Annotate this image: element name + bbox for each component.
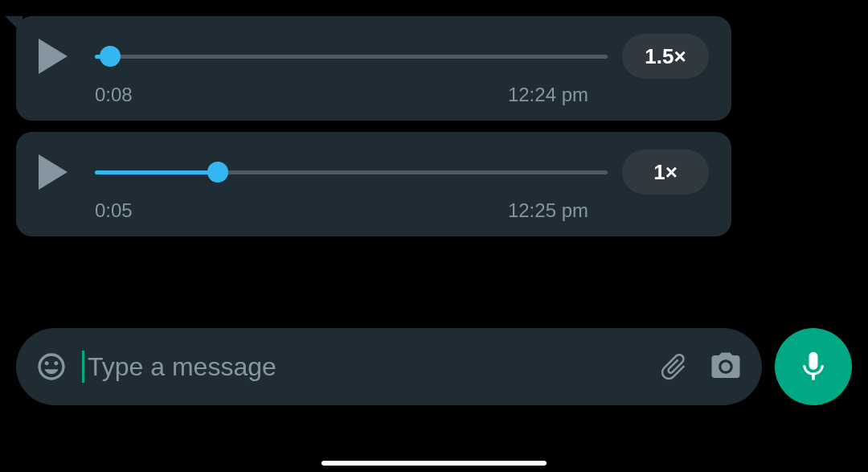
voice-controls-row: 1.5× xyxy=(39,34,709,79)
composer-row: Type a message xyxy=(16,328,852,405)
voice-message: 1.5× 0:08 12:24 pm xyxy=(16,16,731,121)
input-placeholder: Type a message xyxy=(88,352,276,382)
slider-thumb[interactable] xyxy=(207,162,228,183)
nav-home-indicator[interactable] xyxy=(321,461,547,466)
audio-seek-slider[interactable] xyxy=(95,154,608,190)
message-timestamp: 12:24 pm xyxy=(508,84,588,106)
playback-speed-button[interactable]: 1.5× xyxy=(622,34,709,79)
camera-button[interactable] xyxy=(709,350,743,384)
attach-button[interactable] xyxy=(657,351,690,383)
paperclip-icon xyxy=(657,351,690,383)
emoji-button[interactable] xyxy=(35,351,68,383)
emoji-smile-icon xyxy=(35,351,68,383)
voice-message: 1× 0:05 12:25 pm xyxy=(16,132,731,236)
voice-meta-row: 0:05 12:25 pm xyxy=(39,199,709,222)
playback-speed-button[interactable]: 1× xyxy=(622,150,709,195)
play-button[interactable] xyxy=(39,154,87,190)
slider-thumb[interactable] xyxy=(100,46,121,67)
message-input-container: Type a message xyxy=(16,328,762,405)
message-input[interactable]: Type a message xyxy=(82,347,624,386)
slider-progress xyxy=(95,170,218,174)
chat-messages: 1.5× 0:08 12:24 pm 1× 0:05 12:25 pm xyxy=(16,16,731,248)
audio-duration: 0:08 xyxy=(95,84,133,106)
play-icon xyxy=(39,39,68,74)
play-icon xyxy=(39,154,68,190)
audio-duration: 0:05 xyxy=(95,199,133,222)
message-timestamp: 12:25 pm xyxy=(508,199,588,222)
record-voice-button[interactable] xyxy=(775,328,852,405)
voice-controls-row: 1× xyxy=(39,150,709,195)
text-caret xyxy=(82,351,84,383)
microphone-icon xyxy=(796,349,831,384)
play-button[interactable] xyxy=(39,39,87,74)
camera-icon xyxy=(709,350,743,384)
audio-seek-slider[interactable] xyxy=(95,39,608,74)
voice-meta-row: 0:08 12:24 pm xyxy=(39,84,709,106)
slider-track xyxy=(95,55,608,59)
